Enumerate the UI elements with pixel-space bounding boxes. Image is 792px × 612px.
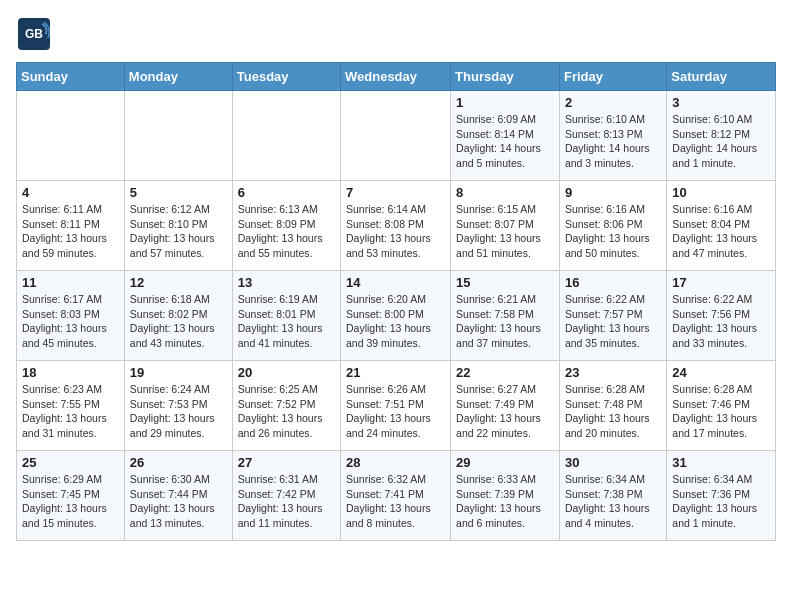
day-cell: 8Sunrise: 6:15 AM Sunset: 8:07 PM Daylig… [451, 181, 560, 271]
day-info: Sunrise: 6:10 AM Sunset: 8:12 PM Dayligh… [672, 112, 770, 171]
day-cell: 27Sunrise: 6:31 AM Sunset: 7:42 PM Dayli… [232, 451, 340, 541]
week-row-2: 4Sunrise: 6:11 AM Sunset: 8:11 PM Daylig… [17, 181, 776, 271]
day-number: 25 [22, 455, 119, 470]
day-info: Sunrise: 6:18 AM Sunset: 8:02 PM Dayligh… [130, 292, 227, 351]
day-number: 11 [22, 275, 119, 290]
day-info: Sunrise: 6:26 AM Sunset: 7:51 PM Dayligh… [346, 382, 445, 441]
day-cell: 6Sunrise: 6:13 AM Sunset: 8:09 PM Daylig… [232, 181, 340, 271]
day-info: Sunrise: 6:21 AM Sunset: 7:58 PM Dayligh… [456, 292, 554, 351]
page-header: GB [16, 16, 776, 52]
day-number: 19 [130, 365, 227, 380]
day-cell: 10Sunrise: 6:16 AM Sunset: 8:04 PM Dayli… [667, 181, 776, 271]
day-cell: 5Sunrise: 6:12 AM Sunset: 8:10 PM Daylig… [124, 181, 232, 271]
weekday-header-saturday: Saturday [667, 63, 776, 91]
day-info: Sunrise: 6:33 AM Sunset: 7:39 PM Dayligh… [456, 472, 554, 531]
day-info: Sunrise: 6:28 AM Sunset: 7:46 PM Dayligh… [672, 382, 770, 441]
week-row-3: 11Sunrise: 6:17 AM Sunset: 8:03 PM Dayli… [17, 271, 776, 361]
day-number: 20 [238, 365, 335, 380]
day-info: Sunrise: 6:19 AM Sunset: 8:01 PM Dayligh… [238, 292, 335, 351]
day-number: 22 [456, 365, 554, 380]
day-number: 26 [130, 455, 227, 470]
day-number: 4 [22, 185, 119, 200]
day-info: Sunrise: 6:13 AM Sunset: 8:09 PM Dayligh… [238, 202, 335, 261]
day-info: Sunrise: 6:22 AM Sunset: 7:56 PM Dayligh… [672, 292, 770, 351]
weekday-header-monday: Monday [124, 63, 232, 91]
day-cell: 9Sunrise: 6:16 AM Sunset: 8:06 PM Daylig… [559, 181, 666, 271]
day-info: Sunrise: 6:30 AM Sunset: 7:44 PM Dayligh… [130, 472, 227, 531]
day-info: Sunrise: 6:12 AM Sunset: 8:10 PM Dayligh… [130, 202, 227, 261]
svg-text:GB: GB [25, 27, 43, 41]
day-cell: 13Sunrise: 6:19 AM Sunset: 8:01 PM Dayli… [232, 271, 340, 361]
day-number: 18 [22, 365, 119, 380]
day-cell [341, 91, 451, 181]
day-info: Sunrise: 6:25 AM Sunset: 7:52 PM Dayligh… [238, 382, 335, 441]
day-cell: 11Sunrise: 6:17 AM Sunset: 8:03 PM Dayli… [17, 271, 125, 361]
day-cell [17, 91, 125, 181]
day-cell: 1Sunrise: 6:09 AM Sunset: 8:14 PM Daylig… [451, 91, 560, 181]
day-cell: 12Sunrise: 6:18 AM Sunset: 8:02 PM Dayli… [124, 271, 232, 361]
day-number: 12 [130, 275, 227, 290]
day-info: Sunrise: 6:10 AM Sunset: 8:13 PM Dayligh… [565, 112, 661, 171]
day-info: Sunrise: 6:16 AM Sunset: 8:04 PM Dayligh… [672, 202, 770, 261]
day-info: Sunrise: 6:34 AM Sunset: 7:36 PM Dayligh… [672, 472, 770, 531]
day-info: Sunrise: 6:24 AM Sunset: 7:53 PM Dayligh… [130, 382, 227, 441]
logo-icon: GB [16, 16, 52, 52]
day-info: Sunrise: 6:15 AM Sunset: 8:07 PM Dayligh… [456, 202, 554, 261]
day-cell: 20Sunrise: 6:25 AM Sunset: 7:52 PM Dayli… [232, 361, 340, 451]
day-info: Sunrise: 6:20 AM Sunset: 8:00 PM Dayligh… [346, 292, 445, 351]
day-number: 2 [565, 95, 661, 110]
day-cell: 15Sunrise: 6:21 AM Sunset: 7:58 PM Dayli… [451, 271, 560, 361]
weekday-header-friday: Friday [559, 63, 666, 91]
day-number: 10 [672, 185, 770, 200]
week-row-4: 18Sunrise: 6:23 AM Sunset: 7:55 PM Dayli… [17, 361, 776, 451]
day-cell: 22Sunrise: 6:27 AM Sunset: 7:49 PM Dayli… [451, 361, 560, 451]
day-number: 6 [238, 185, 335, 200]
day-info: Sunrise: 6:16 AM Sunset: 8:06 PM Dayligh… [565, 202, 661, 261]
day-info: Sunrise: 6:31 AM Sunset: 7:42 PM Dayligh… [238, 472, 335, 531]
weekday-header-wednesday: Wednesday [341, 63, 451, 91]
day-number: 23 [565, 365, 661, 380]
day-cell: 3Sunrise: 6:10 AM Sunset: 8:12 PM Daylig… [667, 91, 776, 181]
day-number: 17 [672, 275, 770, 290]
day-number: 14 [346, 275, 445, 290]
day-number: 31 [672, 455, 770, 470]
day-info: Sunrise: 6:22 AM Sunset: 7:57 PM Dayligh… [565, 292, 661, 351]
day-info: Sunrise: 6:17 AM Sunset: 8:03 PM Dayligh… [22, 292, 119, 351]
day-number: 8 [456, 185, 554, 200]
day-info: Sunrise: 6:28 AM Sunset: 7:48 PM Dayligh… [565, 382, 661, 441]
day-info: Sunrise: 6:14 AM Sunset: 8:08 PM Dayligh… [346, 202, 445, 261]
day-number: 5 [130, 185, 227, 200]
day-cell: 24Sunrise: 6:28 AM Sunset: 7:46 PM Dayli… [667, 361, 776, 451]
day-cell: 31Sunrise: 6:34 AM Sunset: 7:36 PM Dayli… [667, 451, 776, 541]
day-number: 15 [456, 275, 554, 290]
day-cell: 28Sunrise: 6:32 AM Sunset: 7:41 PM Dayli… [341, 451, 451, 541]
day-cell: 7Sunrise: 6:14 AM Sunset: 8:08 PM Daylig… [341, 181, 451, 271]
day-cell: 26Sunrise: 6:30 AM Sunset: 7:44 PM Dayli… [124, 451, 232, 541]
week-row-1: 1Sunrise: 6:09 AM Sunset: 8:14 PM Daylig… [17, 91, 776, 181]
week-row-5: 25Sunrise: 6:29 AM Sunset: 7:45 PM Dayli… [17, 451, 776, 541]
day-cell: 23Sunrise: 6:28 AM Sunset: 7:48 PM Dayli… [559, 361, 666, 451]
weekday-header-tuesday: Tuesday [232, 63, 340, 91]
day-number: 27 [238, 455, 335, 470]
day-cell: 30Sunrise: 6:34 AM Sunset: 7:38 PM Dayli… [559, 451, 666, 541]
day-cell: 21Sunrise: 6:26 AM Sunset: 7:51 PM Dayli… [341, 361, 451, 451]
day-info: Sunrise: 6:11 AM Sunset: 8:11 PM Dayligh… [22, 202, 119, 261]
day-cell: 2Sunrise: 6:10 AM Sunset: 8:13 PM Daylig… [559, 91, 666, 181]
day-number: 24 [672, 365, 770, 380]
day-number: 29 [456, 455, 554, 470]
day-number: 13 [238, 275, 335, 290]
day-number: 3 [672, 95, 770, 110]
day-number: 7 [346, 185, 445, 200]
day-number: 30 [565, 455, 661, 470]
day-cell: 14Sunrise: 6:20 AM Sunset: 8:00 PM Dayli… [341, 271, 451, 361]
day-cell: 18Sunrise: 6:23 AM Sunset: 7:55 PM Dayli… [17, 361, 125, 451]
day-info: Sunrise: 6:32 AM Sunset: 7:41 PM Dayligh… [346, 472, 445, 531]
day-info: Sunrise: 6:34 AM Sunset: 7:38 PM Dayligh… [565, 472, 661, 531]
weekday-header-row: SundayMondayTuesdayWednesdayThursdayFrid… [17, 63, 776, 91]
day-number: 9 [565, 185, 661, 200]
day-info: Sunrise: 6:09 AM Sunset: 8:14 PM Dayligh… [456, 112, 554, 171]
weekday-header-sunday: Sunday [17, 63, 125, 91]
day-cell: 29Sunrise: 6:33 AM Sunset: 7:39 PM Dayli… [451, 451, 560, 541]
logo: GB [16, 16, 58, 52]
calendar-table: SundayMondayTuesdayWednesdayThursdayFrid… [16, 62, 776, 541]
